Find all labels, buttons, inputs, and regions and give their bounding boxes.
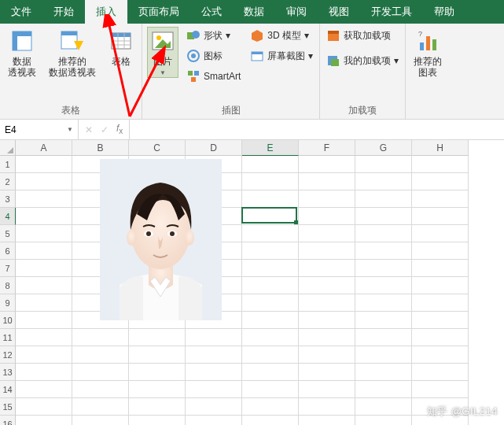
row-header-14[interactable]: 14 (0, 381, 16, 398)
cell[interactable] (299, 225, 355, 242)
cell[interactable] (299, 294, 355, 312)
cell[interactable] (16, 346, 72, 364)
cell[interactable] (242, 381, 299, 398)
cell[interactable] (355, 190, 412, 208)
cell[interactable] (299, 364, 355, 381)
name-box[interactable]: ▼ (0, 120, 79, 139)
cell[interactable] (355, 294, 412, 312)
cell[interactable] (242, 346, 299, 364)
cell[interactable] (16, 329, 72, 346)
row-header-16[interactable]: 16 (0, 416, 16, 425)
3dmodels-button[interactable]: 3D 模型 ▾ (248, 27, 315, 44)
cell[interactable] (72, 381, 129, 398)
cell[interactable] (299, 173, 355, 190)
cell[interactable] (186, 346, 242, 364)
cell[interactable] (355, 242, 412, 260)
cell[interactable] (412, 329, 469, 346)
cell[interactable] (299, 398, 355, 416)
cell[interactable] (186, 381, 242, 398)
cell[interactable] (16, 294, 72, 312)
row-header-7[interactable]: 7 (0, 260, 16, 277)
cell[interactable] (412, 294, 469, 312)
name-box-input[interactable] (5, 124, 52, 135)
cell[interactable] (72, 416, 129, 425)
menu-tab-formula[interactable]: 公式 (190, 0, 233, 24)
cell[interactable] (412, 242, 469, 260)
cell[interactable] (16, 225, 72, 242)
col-header-G[interactable]: G (355, 140, 412, 156)
inserted-picture[interactable] (100, 159, 222, 320)
pivottable-button[interactable]: 数据 透视表 (5, 27, 39, 80)
cell[interactable] (299, 346, 355, 364)
cell[interactable] (129, 416, 186, 425)
cell[interactable] (242, 416, 299, 425)
row-header-5[interactable]: 5 (0, 225, 16, 242)
menu-tab-review[interactable]: 审阅 (275, 0, 318, 24)
col-header-E[interactable]: E (242, 140, 299, 156)
select-all-corner[interactable] (0, 140, 16, 156)
cell[interactable] (412, 346, 469, 364)
cell[interactable] (299, 242, 355, 260)
cell[interactable] (242, 208, 299, 225)
menu-tab-insert[interactable]: 插入 (85, 0, 127, 24)
cell[interactable] (16, 260, 72, 277)
row-header-15[interactable]: 15 (0, 398, 16, 416)
cell[interactable] (412, 208, 469, 225)
cell[interactable] (16, 277, 72, 294)
cell[interactable] (129, 329, 186, 346)
cell[interactable] (242, 312, 299, 329)
shapes-button[interactable]: 形状 ▾ (185, 27, 242, 44)
formula-input[interactable] (134, 124, 499, 135)
cell[interactable] (299, 156, 355, 173)
table-button[interactable]: 表格 (105, 27, 137, 68)
cell[interactable] (242, 364, 299, 381)
col-header-D[interactable]: D (186, 140, 242, 156)
cell[interactable] (242, 398, 299, 416)
cell[interactable] (16, 190, 72, 208)
row-header-13[interactable]: 13 (0, 364, 16, 381)
row-header-10[interactable]: 10 (0, 312, 16, 329)
cell[interactable] (412, 312, 469, 329)
col-header-C[interactable]: C (129, 140, 186, 156)
menu-tab-data[interactable]: 数据 (233, 0, 275, 24)
cell[interactable] (412, 364, 469, 381)
name-box-dropdown-icon[interactable]: ▼ (67, 126, 73, 133)
cell[interactable] (412, 277, 469, 294)
menu-tab-help[interactable]: 帮助 (423, 0, 465, 24)
cell[interactable] (299, 381, 355, 398)
cell[interactable] (129, 364, 186, 381)
cell[interactable] (186, 329, 242, 346)
cell[interactable] (412, 225, 469, 242)
row-header-4[interactable]: 4 (0, 208, 16, 225)
cell[interactable] (72, 398, 129, 416)
myaddins-button[interactable]: 我的加载项 ▾ (325, 52, 400, 69)
cell[interactable] (242, 260, 299, 277)
cell[interactable] (16, 208, 72, 225)
screenshot-button[interactable]: 屏幕截图 ▾ (248, 47, 315, 65)
row-header-8[interactable]: 8 (0, 277, 16, 294)
col-header-H[interactable]: H (412, 140, 469, 156)
cell[interactable] (242, 277, 299, 294)
menu-tab-layout[interactable]: 页面布局 (127, 0, 190, 24)
col-header-B[interactable]: B (72, 140, 129, 156)
cell[interactable] (242, 329, 299, 346)
cell[interactable] (299, 416, 355, 425)
cell[interactable] (16, 173, 72, 190)
menu-tab-view[interactable]: 视图 (318, 0, 360, 24)
cell[interactable] (299, 260, 355, 277)
cell[interactable] (355, 277, 412, 294)
cell[interactable] (186, 416, 242, 425)
menu-tab-file[interactable]: 文件 (0, 0, 42, 24)
cell[interactable] (16, 242, 72, 260)
icons-button[interactable]: 图标 (185, 47, 242, 65)
cell[interactable] (299, 190, 355, 208)
row-header-3[interactable]: 3 (0, 190, 16, 208)
cell[interactable] (242, 156, 299, 173)
cell[interactable] (16, 398, 72, 416)
cell[interactable] (242, 190, 299, 208)
menu-tab-dev[interactable]: 开发工具 (360, 0, 423, 24)
cell[interactable] (16, 156, 72, 173)
cancel-icon[interactable]: ✕ (85, 124, 93, 135)
cell[interactable] (186, 364, 242, 381)
cell[interactable] (355, 398, 412, 416)
